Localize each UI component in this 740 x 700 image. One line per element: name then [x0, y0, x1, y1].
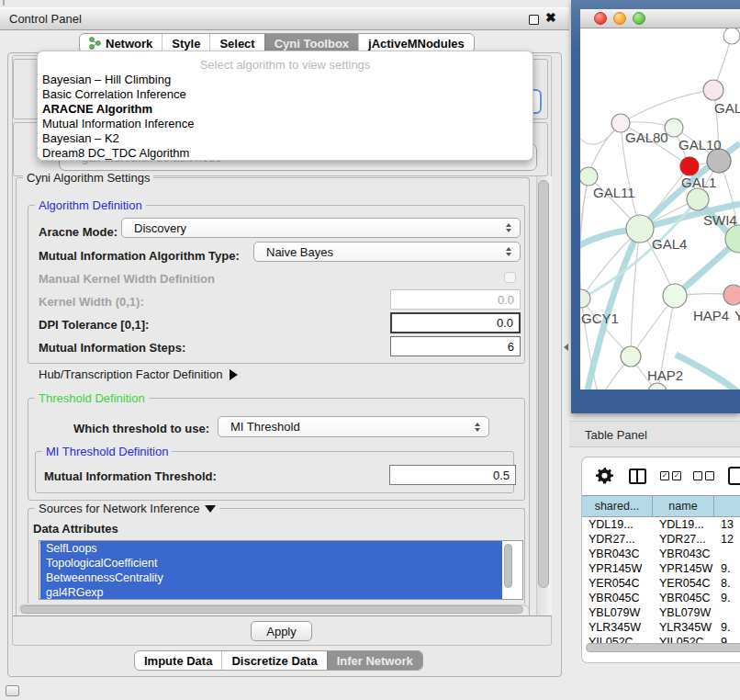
table-row[interactable]: YDR27...YDR27...12	[582, 532, 740, 547]
table-header-row[interactable]: shared...name	[582, 495, 740, 517]
algorithm-menu-item[interactable]: Dream8 DC_TDC Algorithm	[38, 146, 533, 161]
table-hscrollbar-thumb[interactable]	[586, 643, 740, 652]
viewport-bottom-border	[13, 615, 552, 616]
network-node[interactable]	[580, 167, 598, 186]
bottom-tabbar: Impute DataDiscretize DataInfer Network	[134, 650, 423, 671]
table-row[interactable]: YBL079WYBL079W	[582, 605, 740, 620]
sources-title-wrap[interactable]: Sources for Network Inference	[35, 502, 219, 515]
aracne-mode-value: Discovery	[134, 221, 186, 235]
column-header[interactable]: name	[653, 496, 714, 516]
data-attribute-item[interactable]: BetweennessCentrality	[40, 570, 502, 585]
network-node[interactable]	[723, 285, 740, 305]
data-attributes-list[interactable]: SelfLoopsTopologicalCoefficientBetweenne…	[39, 540, 523, 600]
algorithm-menu-item[interactable]: Mutual Information Inference	[38, 117, 533, 131]
manual-kernel-checkbox[interactable]	[504, 272, 516, 283]
tab-infer-network[interactable]: Infer Network	[327, 651, 422, 670]
network-node[interactable]	[687, 188, 709, 210]
which-threshold-combo[interactable]: MI Threshold	[218, 416, 489, 437]
mi-steps-value: 6	[508, 340, 514, 354]
node-label: GAL	[714, 100, 740, 116]
tab-discretize-data[interactable]: Discretize Data	[221, 651, 326, 670]
float-window-icon[interactable]	[529, 15, 539, 25]
tab-network[interactable]: Network	[80, 34, 162, 52]
table-row[interactable]: YLR345WYLR345W9.	[582, 620, 740, 635]
table-cell: 12	[714, 532, 740, 547]
network-view[interactable]: GALGAL80GAL10GAL1GAL11SWI4GAL4GCY1HAP4YH…	[580, 28, 740, 390]
table-cell: YER054C	[582, 576, 653, 591]
network-node[interactable]	[580, 289, 590, 308]
tab-select[interactable]: Select	[209, 34, 263, 52]
zoom-traffic-light[interactable]	[633, 12, 645, 25]
network-edge	[676, 355, 740, 390]
tab-impute-data[interactable]: Impute Data	[135, 651, 221, 670]
deselect-all-columns-icon[interactable]	[693, 471, 714, 480]
tab-style[interactable]: Style	[162, 34, 209, 52]
table-cell: 8.	[714, 576, 740, 591]
algorithm-popup-menu: Select algorithm to view settings Bayesi…	[37, 51, 533, 161]
export-table-icon[interactable]	[728, 467, 740, 485]
network-node[interactable]	[723, 28, 740, 44]
table-row[interactable]: YER054CYER054C8.	[582, 576, 740, 591]
dpi-tolerance-field[interactable]: 0.0	[390, 312, 521, 333]
table-cell: YLR345W	[582, 620, 653, 635]
data-attribute-item[interactable]: TopologicalCoefficient	[40, 556, 502, 570]
table-row[interactable]: YPR145WYPR145W9.	[582, 561, 740, 576]
column-header[interactable]	[714, 496, 740, 516]
node-label: SWI4	[703, 212, 737, 228]
apply-button[interactable]: Apply	[251, 621, 312, 641]
column-header[interactable]: shared...	[582, 496, 653, 516]
network-edge	[621, 90, 713, 123]
network-node[interactable]	[680, 157, 699, 175]
table-cell: YLR345W	[653, 620, 714, 635]
table-rows: YDL19...YDL19...13YDR27...YDR27...12YBR0…	[582, 517, 740, 649]
table-cell: 9.	[714, 620, 740, 635]
algorithm-menu-item[interactable]: ARACNE Algorithm	[38, 102, 533, 117]
close-traffic-light[interactable]	[594, 12, 607, 25]
algorithm-menu-item[interactable]: Bayesian – K2	[38, 131, 533, 146]
network-node[interactable]	[703, 80, 723, 100]
gear-icon[interactable]	[596, 468, 613, 485]
algorithm-menu-item[interactable]: Basic Correlation Inference	[38, 87, 533, 102]
split-columns-icon[interactable]	[629, 469, 646, 484]
table-cell: YBR043C	[653, 547, 714, 561]
mi-type-label: Mutual Information Algorithm Type:	[39, 249, 240, 263]
kernel-width-value: 0.0	[498, 293, 514, 307]
settings-hscrollbar-thumb[interactable]	[20, 605, 523, 614]
settings-vscrollbar-thumb[interactable]	[538, 180, 549, 588]
close-icon[interactable]: ✖	[545, 10, 556, 25]
network-window-titlebar[interactable]	[580, 9, 740, 28]
table-cell	[714, 605, 740, 620]
tab-cyni-toolbox[interactable]: Cyni Toolbox	[264, 34, 358, 52]
window-edge-tick	[3, 0, 5, 6]
table-row[interactable]: YBR045CYBR045C9.	[582, 591, 740, 605]
table-row[interactable]: YBR043CYBR043C	[582, 547, 740, 561]
data-attribute-item[interactable]: SelfLoops	[40, 541, 502, 556]
algorithm-definition-title: Algorithm Definition	[35, 198, 146, 212]
table-row[interactable]: YDL19...YDL19...13	[582, 517, 740, 532]
algorithm-menu-item[interactable]: Bayesian – Hill Climbing	[38, 73, 533, 87]
network-node[interactable]	[626, 215, 654, 243]
network-node[interactable]	[621, 346, 641, 367]
restore-panel-icon[interactable]	[6, 685, 19, 696]
minimize-traffic-light[interactable]	[613, 12, 626, 25]
tab-jactivemnodules[interactable]: jActiveMNodules	[358, 34, 474, 52]
mi-type-combo[interactable]: Naive Bayes	[253, 242, 521, 262]
node-label: HAP2	[647, 367, 683, 383]
list-scrollbar-thumb[interactable]	[504, 544, 512, 588]
mi-threshold-label: Mutual Information Threshold:	[44, 469, 217, 483]
hub-definition-toggle[interactable]: Hub/Transcription Factor Definition	[39, 367, 238, 381]
combo-arrows-icon	[475, 423, 480, 432]
node-label: Y	[734, 308, 740, 323]
tab-label: Style	[172, 37, 200, 51]
mi-steps-field[interactable]: 6	[390, 336, 521, 356]
kernel-width-field[interactable]: 0.0	[390, 289, 521, 310]
select-all-columns-icon[interactable]: ✓✓	[660, 471, 681, 480]
network-node[interactable]	[663, 284, 687, 308]
data-attribute-item[interactable]: gal4RGexp	[40, 585, 502, 600]
splitter-collapse-icon[interactable]	[564, 344, 568, 351]
aracne-mode-combo[interactable]: Discovery	[121, 218, 521, 238]
mi-threshold-field[interactable]: 0.5	[389, 465, 516, 485]
table-toolbar: ✓✓	[596, 467, 740, 487]
node-label: GAL1	[681, 175, 716, 190]
network-icon	[89, 37, 101, 50]
